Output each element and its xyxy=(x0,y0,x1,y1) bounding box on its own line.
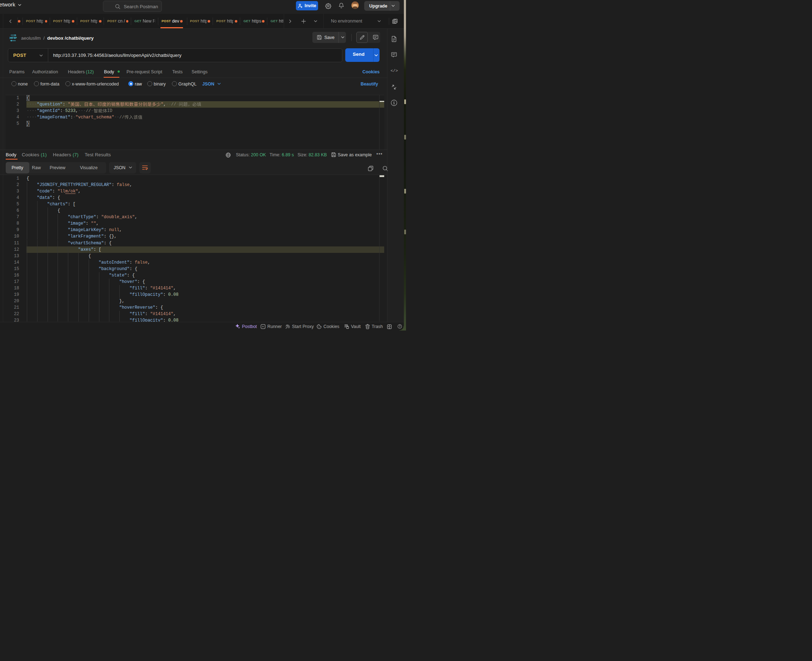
svg-text:HTTP: HTTP xyxy=(10,36,17,40)
